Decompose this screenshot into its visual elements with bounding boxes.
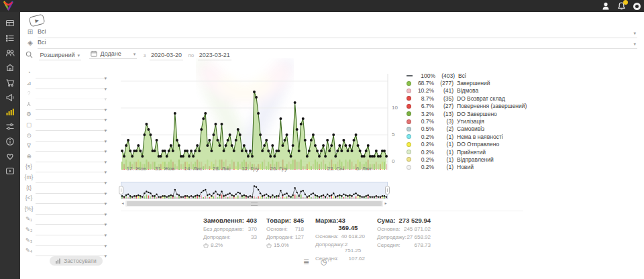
- x-tick-label: 26. Гру: [265, 166, 292, 172]
- brush-chart[interactable]: [121, 182, 388, 199]
- package-icon: ▢: [24, 121, 34, 128]
- legend-item[interactable]: 0.2%(1)Відправлений: [407, 156, 547, 163]
- cart-icon: [5, 78, 15, 87]
- legend-percent: 100%: [415, 72, 435, 79]
- apply-button[interactable]: Застосувати: [50, 256, 103, 266]
- product-select-value: Всі: [38, 39, 46, 46]
- legend-swatch: [407, 111, 411, 116]
- basket-icon: [266, 243, 272, 248]
- date-field-select[interactable]: Додане: [89, 50, 137, 59]
- help-icon: ?: [24, 90, 34, 97]
- search-mode-select[interactable]: Розширений: [39, 52, 81, 60]
- avatar[interactable]: [632, 1, 641, 11]
- dashboard-icon: [5, 19, 15, 28]
- stat-row: Допродажу:27 658.92: [377, 234, 431, 240]
- legend-percent: 68.7%: [413, 80, 434, 87]
- sidebar-item-settings-sliders[interactable]: [0, 119, 20, 134]
- watcher-icon: ⊙: [24, 132, 34, 139]
- scrollbar-thumb[interactable]: [127, 201, 382, 206]
- legend-label: DO Завершено: [457, 111, 497, 117]
- legend-count: (1): [434, 156, 453, 163]
- y-tick-label: 5: [392, 131, 402, 137]
- scrollbar-track[interactable]: [125, 201, 383, 207]
- stat-column-2: Товари:845Основні:718Допродані:12715.0%: [266, 217, 304, 248]
- legend-label: Відправлений: [457, 156, 494, 163]
- filter-select-utm-medium[interactable]: [36, 174, 107, 183]
- pipeline-select[interactable]: Всі: [38, 28, 637, 38]
- legend-label: Відмова: [457, 87, 478, 94]
- search-mode-value: Розширений: [40, 52, 75, 58]
- utm-campaign-icon: {%}: [24, 205, 34, 212]
- filter-select-utm-source[interactable]: [36, 164, 107, 172]
- product-select[interactable]: Всі: [38, 39, 637, 49]
- chevron-down-icon: [633, 40, 636, 47]
- legend-item[interactable]: 10.2%(41)Відмова: [407, 87, 547, 95]
- x-tick-label: 12. Гру: [237, 166, 264, 172]
- legend-item[interactable]: 0.2%(1)Нема в наявності: [407, 133, 547, 140]
- sidebar-item-video-tutorials[interactable]: [0, 164, 20, 178]
- filter-select-gear[interactable]: [36, 111, 107, 120]
- scroll-right-arrow[interactable]: ▸: [383, 201, 388, 207]
- stat-badge: 8.2%: [203, 242, 257, 248]
- filter-select-pencil-2[interactable]: [36, 227, 107, 235]
- x-tick-label: 17. Жов: [123, 166, 150, 172]
- sidebar-item-info[interactable]: [0, 134, 20, 149]
- filter-select-watcher[interactable]: [36, 133, 107, 142]
- legend-item[interactable]: 100%(403)Всі: [407, 72, 547, 79]
- settings-sliders-icon: [5, 122, 15, 131]
- legend-item[interactable]: 8.7%(35)DO Возврат склад: [407, 95, 547, 102]
- stat-header: Сума:273 529.94: [377, 217, 431, 224]
- x-tick-label: 23. Січ: [322, 166, 349, 172]
- sidebar-item-announcements[interactable]: [0, 90, 20, 105]
- brush-handle-left[interactable]: [119, 186, 123, 194]
- stat-row: Основна:245 871.02: [377, 226, 431, 232]
- filter-select-hierarchy[interactable]: [36, 101, 107, 110]
- utm-content-icon: {<}: [24, 194, 34, 201]
- sidebar-item-statistics[interactable]: [0, 105, 20, 119]
- filter-select-pencil-1[interactable]: [36, 216, 107, 225]
- announcements-icon: [5, 93, 15, 102]
- legend-item[interactable]: 68.7%(277)Завершений: [407, 79, 547, 87]
- filter-select-package[interactable]: [36, 122, 107, 131]
- legend-item[interactable]: 6.7%(27)Повернення (завершений): [407, 103, 547, 110]
- legend-count: (1): [434, 164, 453, 170]
- table-view-icon[interactable]: ≣: [303, 258, 309, 266]
- filter-select-signature[interactable]: [36, 80, 107, 89]
- filter-select-pencil-3[interactable]: [36, 237, 107, 246]
- filter-select-utm-term[interactable]: [36, 185, 107, 194]
- date-from-value: 2020-03-20: [151, 52, 182, 58]
- legend-item[interactable]: 3.2%(13)DO Завершено: [407, 110, 547, 117]
- filter-row-gear: ⚙: [24, 111, 107, 120]
- sidebar-item-cart[interactable]: [0, 75, 20, 90]
- legend-item[interactable]: 0.7%(3)Утилізація: [407, 117, 547, 125]
- notifications-bell-icon[interactable]: [616, 1, 626, 11]
- sidebar-item-store[interactable]: [0, 60, 20, 75]
- legend-item[interactable]: 0.2%(1)Новий: [407, 164, 547, 171]
- filter-select-utm-campaign[interactable]: [36, 206, 107, 215]
- legend-item[interactable]: 0.2%(1)Прийнятий: [407, 148, 547, 156]
- chart-legend: 100%(403)Всі68.7%(277)Завершений10.2%(41…: [407, 72, 547, 171]
- filter-select-utm-content[interactable]: [36, 195, 107, 204]
- legend-percent: 0.2%: [413, 156, 434, 163]
- date-from-input[interactable]: 2020-03-20: [150, 52, 183, 60]
- notification-badge: [623, 0, 628, 5]
- sidebar-item-support[interactable]: [0, 149, 20, 164]
- filter-row-utm-campaign: {%}: [24, 205, 107, 215]
- filter-select-funnel[interactable]: [36, 143, 107, 152]
- scroll-left-arrow[interactable]: ◂: [120, 201, 125, 207]
- legend-item[interactable]: 0.2%(1)DO Отправлено: [407, 141, 547, 148]
- filter-select-sphere[interactable]: [36, 70, 107, 78]
- filter-row-utm-source: {s}: [24, 163, 107, 172]
- sidebar-item-dashboard[interactable]: [0, 16, 20, 31]
- sidebar-item-clients[interactable]: [0, 46, 20, 60]
- basket-icon: [203, 243, 209, 248]
- brush-handle-right[interactable]: [385, 186, 390, 194]
- filter-select-pencil-4[interactable]: [36, 247, 107, 256]
- sidebar-item-orders-list[interactable]: [0, 31, 20, 46]
- legend-item[interactable]: 0.5%(2)Самовивіз: [407, 125, 547, 133]
- user-icon[interactable]: [601, 1, 610, 11]
- pie-chart-icon[interactable]: ◷: [321, 258, 327, 266]
- filter-row-pencil-2: ✎₂: [24, 226, 107, 235]
- filter-select-globe[interactable]: [36, 154, 107, 162]
- y-tick-label: 10: [392, 105, 402, 111]
